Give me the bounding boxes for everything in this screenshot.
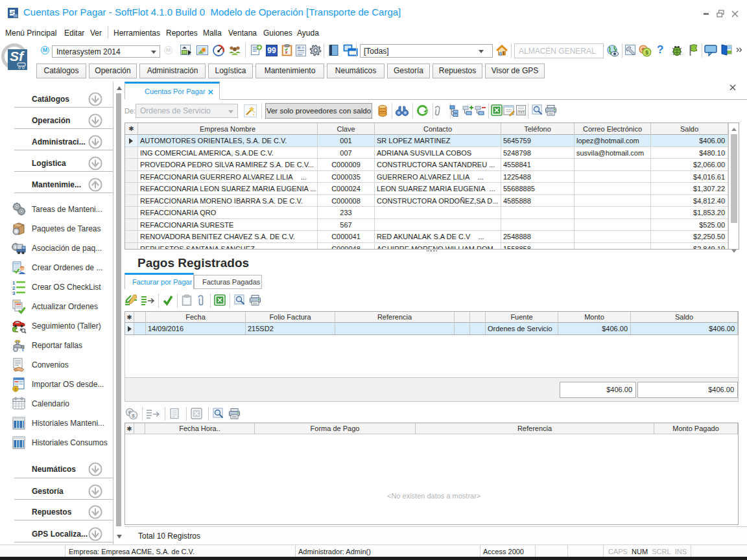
svg-text:3: 3 xyxy=(12,290,16,295)
svg-text:TXT: TXT xyxy=(518,110,525,114)
svg-text:$: $ xyxy=(132,413,135,419)
svg-text:$: $ xyxy=(645,49,648,56)
svg-text:0: 0 xyxy=(14,387,17,391)
